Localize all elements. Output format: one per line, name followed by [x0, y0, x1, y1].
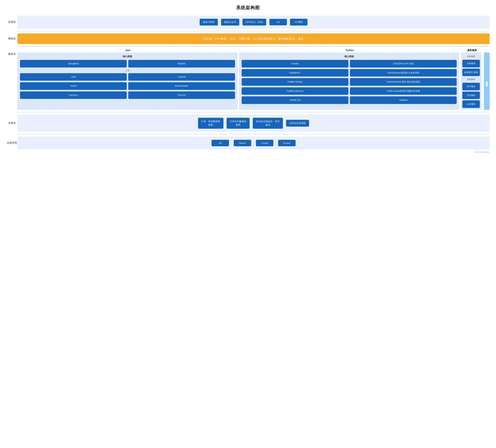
python-column: 核心框架 FastApi 分布式Fleet API 训练 PaddleNLP F…	[239, 52, 459, 110]
python-fastapi: FastApi	[242, 60, 348, 68]
cluster-auth-service: 认证服务	[462, 100, 480, 108]
python-col-header: Python	[240, 49, 460, 52]
app-layer-label: 应用层	[6, 20, 17, 24]
python-fastgeneration: FastGeneration高性 能生成加速器	[350, 78, 457, 86]
java-mybatis: MyBatis	[128, 60, 235, 68]
app-item-pc: PC网页	[290, 19, 308, 26]
support-item-ops: 自动化运维监控、容灾 备份	[253, 118, 283, 129]
cluster-col-header: 服务集群	[462, 49, 482, 52]
python-paddleinference: Paddle Inference	[242, 87, 348, 95]
service-layer-content: 核心框架 SpringBoot MyBatis 工具 Junit Lombok …	[17, 52, 490, 110]
python-fasttokenizer: FastTokenizer高性能 文本处理库	[350, 69, 457, 77]
support-item-obj: 分布式对象储存 集群	[227, 118, 249, 129]
cluster-file-service: 文件服务	[462, 92, 480, 99]
divider-2	[17, 46, 490, 46]
ops-layer-box: Git Maven Conda Docker	[17, 137, 490, 149]
service-layer-row: 服务层 核心框架 SpringBoot MyBatis 工具 Junit Lom…	[6, 52, 490, 110]
divider-3	[17, 112, 490, 112]
app-item-wechat-public: 微信公众号	[221, 19, 239, 26]
net-layer-label: 网络层	[6, 37, 17, 40]
service-layer-label: 服务层	[6, 52, 17, 56]
ops-docker: Docker	[278, 140, 295, 146]
python-paddleserving: Paddle Serving	[242, 78, 348, 86]
ops-layer-content: Git Maven Conda Docker	[17, 137, 490, 149]
app-item-h5: H5	[269, 19, 287, 25]
python-paddlelite: Paddle Lite	[242, 96, 348, 104]
watermark: CSDN 中思通教科#	[6, 151, 490, 153]
java-lombok: Lombok	[128, 73, 235, 81]
support-layer-box: 公有、私有数据库 集群 分布式对象储存 集群 自动化运维监控、容灾 备份 分布式…	[17, 115, 490, 132]
divider-4	[17, 134, 490, 134]
ops-conda: Conda	[256, 140, 273, 146]
python-core-grid: FastApi 分布式Fleet API 训练 PaddleNLP FastTo…	[242, 60, 457, 104]
divider-1	[17, 31, 490, 31]
service-col-headers: Java Python 服务集群	[17, 49, 490, 52]
ops-git: Git	[212, 140, 229, 146]
python-fleet: 分布式Fleet API 训练	[350, 60, 457, 68]
cluster-business-label: 业务集群	[462, 55, 480, 58]
java-hutool: Hutool	[20, 82, 127, 90]
java-fastjson: FastJson	[20, 91, 127, 99]
java-core-grid: SpringBoot MyBatis	[20, 60, 235, 68]
cluster-basic-label: 基础服务	[462, 78, 480, 81]
java-col-header: Java	[17, 49, 238, 52]
cluster-user-service: 用户服务	[462, 83, 480, 90]
net-layer-row: 网络层 协议栈、DNS解析、WAF、负载均衡、API动态限流网关、服务熔断限流、…	[6, 33, 490, 44]
ops-layer-label: 运维管理	[6, 141, 17, 145]
python-taskflow: Taskflow	[350, 96, 457, 104]
cluster-business-btn: 业务集群	[462, 60, 480, 67]
app-layer-row: 应用层 微信小程序 微信公众号 APP(IOS、安卓) H5 PC网页	[6, 15, 490, 29]
support-item-schedule: 分布式任务调度	[286, 120, 309, 127]
support-layer-content: 公有、私有数据库 集群 分布式对象储存 集群 自动化运维监控、容灾 备份 分布式…	[17, 115, 490, 132]
java-column: 核心框架 SpringBoot MyBatis 工具 Junit Lombok …	[17, 52, 237, 110]
python-fastencoder: FastEncoder高性能 理解任务加速	[350, 87, 457, 95]
net-layer-text: 协议栈、DNS解析、WAF、负载均衡、API动态限流网关、服务熔断限流、缓存	[203, 37, 304, 41]
net-layer-content: 协议栈、DNS解析、WAF、负载均衡、API动态限流网关、服务熔断限流、缓存	[17, 33, 490, 44]
java-core-label: 核心框架	[20, 55, 235, 58]
java-resttemplate: RestTemplate	[128, 82, 235, 90]
cluster-cache-btn: 多级缓存 集群	[462, 69, 480, 76]
support-layer-row: 支撑层 公有、私有数据库 集群 分布式对象储存 集群 自动化运维监控、容灾 备份…	[6, 115, 490, 132]
net-layer-box: 协议栈、DNS解析、WAF、负载均衡、API动态限流网关、服务熔断限流、缓存	[17, 33, 490, 44]
ops-layer-row: 运维管理 Git Maven Conda Docker	[6, 137, 490, 149]
java-tools-grid: Junit Lombok Hutool RestTemplate FastJso…	[20, 73, 235, 99]
app-item-wechat-mini: 微信小程序	[200, 19, 218, 26]
page-title: 系统架构图	[6, 5, 490, 11]
app-layer-box: 微信小程序 微信公众号 APP(IOS、安卓) H5 PC网页	[17, 15, 490, 29]
java-tools-label: 工具	[20, 69, 235, 72]
cluster-column: 业务集群 业务集群 多级缓存 集群 基础服务 用户服务 文件服务 认证服务	[461, 52, 481, 110]
python-core-label: 核心框架	[242, 55, 457, 58]
support-item-db: 公有、私有数据库 集群	[198, 118, 223, 129]
java-thulac: THULAC	[128, 91, 235, 99]
support-layer-label: 支撑层	[6, 121, 17, 125]
app-item-app: APP(IOS、安卓)	[242, 19, 266, 26]
java-junit: Junit	[20, 73, 127, 81]
java-springboot: SpringBoot	[20, 60, 127, 68]
ops-maven: Maven	[234, 140, 251, 146]
python-paddlenlp: PaddleNLP	[242, 69, 348, 77]
app-layer-content: 微信小程序 微信公众号 APP(IOS、安卓) H5 PC网页	[17, 15, 490, 29]
security-col-header-spacer	[484, 49, 490, 52]
security-badge: 安全 控制	[484, 52, 490, 110]
